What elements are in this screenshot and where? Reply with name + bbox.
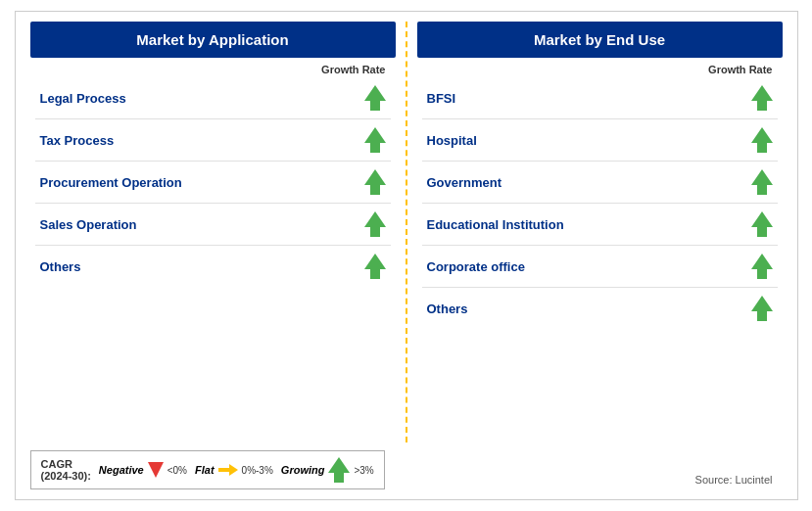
left-panel-header: Market by Application	[30, 22, 396, 58]
arrow-up-green-icon	[364, 85, 386, 111]
right-panel-header: Market by End Use	[417, 22, 783, 58]
negative-sub: <0%	[167, 465, 187, 476]
arrow-up-green-icon	[751, 211, 773, 237]
arrow-right-yellow-icon	[218, 464, 238, 476]
right-panel: Market by End Use Growth Rate BFSI Hospi…	[417, 22, 783, 442]
legend-growing: Growing >3%	[281, 457, 374, 483]
right-growth-label: Growth Rate	[417, 58, 783, 77]
left-panel: Market by Application Growth Rate Legal …	[30, 22, 396, 442]
item-label: Tax Process	[40, 133, 115, 148]
legend-box: CAGR(2024-30): Negative <0% Flat 0%-3% G…	[30, 450, 385, 489]
list-item: Government	[422, 162, 778, 204]
arrow-up-green-icon	[364, 211, 386, 237]
arrow-up-green-icon	[751, 169, 773, 195]
source-text: Source: Lucintel	[686, 470, 783, 489]
list-item: Procurement Operation	[35, 162, 391, 204]
arrow-up-green-icon	[364, 169, 386, 195]
flat-label: Flat	[195, 464, 215, 476]
negative-label: Negative	[99, 464, 144, 476]
legend-flat: Flat 0%-3%	[195, 464, 273, 476]
list-item: BFSI	[422, 77, 778, 119]
arrow-up-green-icon	[364, 127, 386, 153]
bottom-row: CAGR(2024-30): Negative <0% Flat 0%-3% G…	[30, 442, 783, 489]
list-item: Sales Operation	[35, 204, 391, 246]
content-area: Market by Application Growth Rate Legal …	[30, 22, 783, 442]
left-items-list: Legal Process Tax Process Procurement Op…	[30, 77, 396, 442]
list-item: Hospital	[422, 119, 778, 162]
arrow-up-green-icon	[751, 85, 773, 111]
arrow-down-red-icon	[148, 462, 164, 478]
arrow-up-green-icon	[364, 254, 386, 279]
item-label: Procurement Operation	[40, 175, 182, 190]
item-label: Legal Process	[40, 91, 126, 106]
item-label: Others	[40, 259, 81, 274]
list-item: Others	[35, 246, 391, 287]
list-item: Others	[422, 288, 778, 329]
flat-sub: 0%-3%	[242, 465, 273, 476]
list-item: Tax Process	[35, 119, 391, 162]
item-label: Sales Operation	[40, 217, 137, 232]
cagr-label: CAGR(2024-30):	[41, 458, 91, 482]
item-label: Educational Institution	[427, 217, 564, 232]
growing-sub: >3%	[354, 465, 373, 476]
item-label: Corporate office	[427, 259, 525, 274]
item-label: Hospital	[427, 133, 477, 148]
arrow-up-green-icon	[751, 254, 773, 279]
left-growth-label: Growth Rate	[30, 58, 396, 77]
list-item: Educational Institution	[422, 204, 778, 246]
list-item: Legal Process	[35, 77, 391, 119]
arrow-up-green-icon	[751, 296, 773, 321]
panel-divider	[406, 22, 407, 442]
legend-negative: Negative <0%	[99, 462, 187, 478]
right-items-list: BFSI Hospital Government Educational Ins…	[417, 77, 783, 442]
item-label: Others	[427, 302, 468, 316]
main-container: Market by Application Growth Rate Legal …	[15, 11, 798, 500]
list-item: Corporate office	[422, 246, 778, 288]
item-label: BFSI	[427, 91, 456, 106]
arrow-up-green-legend-icon	[328, 457, 350, 483]
growing-label: Growing	[281, 464, 325, 476]
item-label: Government	[427, 175, 502, 190]
dashed-divider-line	[406, 22, 407, 442]
arrow-up-green-icon	[751, 127, 773, 153]
